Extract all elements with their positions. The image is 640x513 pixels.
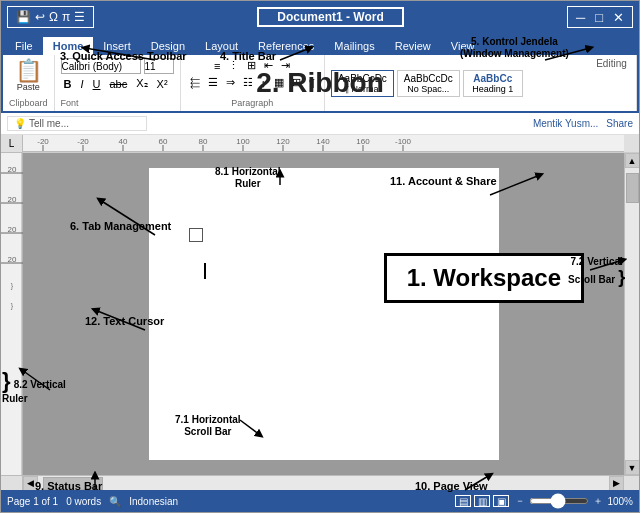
decrease-indent-button[interactable]: ⇤ xyxy=(261,58,276,73)
shading-button[interactable]: ▦ xyxy=(271,75,287,90)
page-view-controls: ▤ ▥ ▣ xyxy=(455,495,509,507)
tab-references[interactable]: References xyxy=(248,37,324,55)
paragraph-label: Paragraph xyxy=(231,96,273,108)
strikethrough-button[interactable]: abc xyxy=(107,77,131,91)
tab-insert[interactable]: Insert xyxy=(93,37,141,55)
language: Indonesian xyxy=(129,496,178,507)
align-right-button[interactable]: ⇒ xyxy=(223,75,238,90)
top-bar: 💾 ↩ Ω π ☰ Document1 - Word ─ □ ✕ xyxy=(1,1,639,33)
scroll-right-button[interactable]: ▶ xyxy=(609,476,624,491)
scroll-down-button[interactable]: ▼ xyxy=(625,460,640,475)
scroll-left-button[interactable]: ◀ xyxy=(23,476,38,491)
bullets-button[interactable]: ≡ xyxy=(211,58,223,73)
zoom-in-icon[interactable]: ＋ xyxy=(593,494,603,508)
pilcrow-button[interactable]: ¶ xyxy=(306,75,318,90)
paste-label: Paste xyxy=(17,82,40,92)
read-mode-button[interactable]: ▣ xyxy=(493,495,509,507)
svg-text:80: 80 xyxy=(199,137,208,146)
undo-icon[interactable]: ↩ xyxy=(35,10,45,24)
scroll-corner xyxy=(624,135,639,152)
workspace[interactable]: 1. Workspace xyxy=(23,153,624,475)
numbering-button[interactable]: ⋮ xyxy=(225,58,242,73)
style-heading1[interactable]: AaBbCc Heading 1 xyxy=(463,70,523,97)
scroll-thumb-vertical[interactable] xyxy=(626,173,639,203)
scroll-up-button[interactable]: ▲ xyxy=(625,153,640,168)
title-box: Document1 - Word xyxy=(257,7,403,27)
align-left-button[interactable]: ⬱ xyxy=(187,75,203,90)
tab-home[interactable]: Home xyxy=(43,37,94,55)
font-name-input[interactable] xyxy=(61,58,141,74)
multilevel-button[interactable]: ⊞ xyxy=(244,58,259,73)
tab-review[interactable]: Review xyxy=(385,37,441,55)
scroll-bottom-corner xyxy=(624,476,639,490)
scroll-thumb-horizontal[interactable] xyxy=(43,477,103,490)
print-layout-button[interactable]: ▤ xyxy=(455,495,471,507)
tell-me-input[interactable]: 💡 Tell me... xyxy=(7,116,147,131)
ribbon-tabs: File Home Insert Design Layout Reference… xyxy=(1,33,639,55)
horizontal-ruler: -20 -20 40 60 80 100 120 140 160 xyxy=(23,135,624,152)
scroll-track-vertical[interactable] xyxy=(625,168,639,460)
subscript-button[interactable]: X₂ xyxy=(133,76,150,91)
menu-icon[interactable]: ☰ xyxy=(74,10,85,24)
paste-button[interactable]: 📋 Paste xyxy=(11,58,46,94)
bottom-scrollbar-area: ◀ ▶ xyxy=(1,475,639,490)
clipboard-label: Clipboard xyxy=(9,96,48,108)
vertical-scrollbar[interactable]: ▲ ▼ xyxy=(624,153,639,475)
svg-text:}: } xyxy=(11,302,14,310)
tab-file[interactable]: File xyxy=(5,37,43,55)
zoom-out-icon[interactable]: － xyxy=(515,494,525,508)
tab-stop-selector[interactable]: L xyxy=(1,135,23,153)
style-no-spacing[interactable]: AaBbCcDc No Spac... xyxy=(397,70,460,97)
line-spacing-button[interactable]: ↕ xyxy=(258,75,270,90)
align-center-button[interactable]: ☰ xyxy=(205,75,221,90)
quick-access-toolbar[interactable]: 💾 ↩ Ω π ☰ xyxy=(7,6,94,28)
svg-text:20: 20 xyxy=(8,255,17,264)
svg-text:}: } xyxy=(11,282,14,290)
justify-button[interactable]: ☷ xyxy=(240,75,256,90)
underline-button[interactable]: U xyxy=(90,77,104,91)
font-size-input[interactable] xyxy=(144,58,174,74)
svg-text:-20: -20 xyxy=(77,137,89,146)
account-info[interactable]: Mentik Yusm... xyxy=(533,118,598,129)
symbol-omega-icon[interactable]: Ω xyxy=(49,10,58,24)
svg-text:-100: -100 xyxy=(395,137,412,146)
maximize-button[interactable]: □ xyxy=(591,10,607,25)
clipboard-section: 📋 Paste Clipboard xyxy=(3,55,55,111)
spell-check-icon: 🔍 xyxy=(109,496,121,507)
superscript-button[interactable]: X² xyxy=(154,77,171,91)
borders-button[interactable]: ⊞ xyxy=(289,75,304,90)
svg-text:20: 20 xyxy=(8,195,17,204)
tab-design[interactable]: Design xyxy=(141,37,195,55)
word-count: 0 words xyxy=(66,496,101,507)
style-normal[interactable]: AaBbCcDc ¶ Normal xyxy=(331,70,394,97)
svg-text:100: 100 xyxy=(236,137,250,146)
increase-indent-button[interactable]: ⇥ xyxy=(278,58,293,73)
svg-text:-20: -20 xyxy=(37,137,49,146)
svg-text:160: 160 xyxy=(356,137,370,146)
save-icon[interactable]: 💾 xyxy=(16,10,31,24)
italic-button[interactable]: I xyxy=(77,77,86,91)
tab-stop[interactable] xyxy=(189,228,203,242)
horizontal-scrollbar[interactable]: ◀ ▶ xyxy=(23,476,624,490)
svg-text:20: 20 xyxy=(8,225,17,234)
app-window: 💾 ↩ Ω π ☰ Document1 - Word ─ □ ✕ File Ho… xyxy=(0,0,640,513)
zoom-slider[interactable] xyxy=(529,498,589,504)
editing-section: Editing xyxy=(587,55,637,111)
bold-button[interactable]: B xyxy=(61,77,75,91)
scroll-track-horizontal[interactable] xyxy=(38,476,609,490)
font-section: B I U abc X₂ X² Font xyxy=(55,55,181,111)
vertical-ruler: 20 20 20 20 } } xyxy=(1,153,23,475)
web-layout-button[interactable]: ▥ xyxy=(474,495,490,507)
tab-view[interactable]: View xyxy=(441,37,485,55)
minimize-button[interactable]: ─ xyxy=(572,10,589,25)
zoom-bar: － ＋ 100% xyxy=(515,494,633,508)
share-button[interactable]: Share xyxy=(606,118,633,129)
page-info: Page 1 of 1 xyxy=(7,496,58,507)
document-page[interactable] xyxy=(149,168,499,460)
symbol-pi-icon[interactable]: π xyxy=(62,10,70,24)
close-button[interactable]: ✕ xyxy=(609,10,628,25)
tab-layout[interactable]: Layout xyxy=(195,37,248,55)
ribbon-extra: 💡 Tell me... Mentik Yusm... Share xyxy=(1,113,639,135)
tab-mailings[interactable]: Mailings xyxy=(324,37,384,55)
window-controls[interactable]: ─ □ ✕ xyxy=(567,6,633,28)
